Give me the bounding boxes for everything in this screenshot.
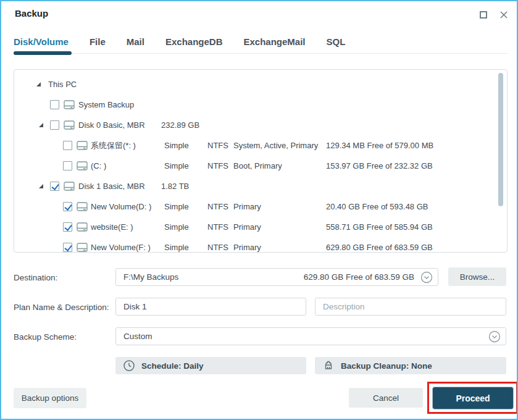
expand-icon[interactable] <box>36 82 41 86</box>
checkbox[interactable] <box>63 243 72 252</box>
volume-attributes: Primary <box>233 196 261 217</box>
checkbox[interactable] <box>63 141 72 150</box>
plan-name-input[interactable] <box>115 298 306 316</box>
tree-row-label: (C: ) <box>91 156 106 176</box>
volume-filesystem: NTFS <box>207 196 228 217</box>
tab-separator <box>14 53 508 54</box>
volume-icon <box>77 161 88 170</box>
tab-exchangedb[interactable]: ExchangeDB <box>165 36 223 47</box>
tree-row-this-pc[interactable]: This PC <box>14 74 507 94</box>
backup-cleanup-button[interactable]: Backup Cleanup: None <box>315 357 506 374</box>
tree-row-c-drive[interactable]: (C: ) Simple NTFS Boot, Primary 153.97 G… <box>14 156 507 176</box>
volume-attributes: Boot, Primary <box>233 156 282 176</box>
backup-dialog: Backup Disk/Volume File Mail ExchangeDB … <box>0 0 518 420</box>
checkbox[interactable] <box>50 100 59 109</box>
proceed-button[interactable]: Proceed <box>432 387 514 410</box>
destination-dropdown[interactable]: F:\My Backups 629.80 GB Free of 683.59 G… <box>115 268 438 286</box>
backup-scheme-select[interactable]: Custom <box>115 327 506 345</box>
window-title: Backup <box>15 8 48 19</box>
tab-disk-volume[interactable]: Disk/Volume <box>14 36 69 47</box>
volume-free-space: 629.80 GB Free of 683.59 GB <box>326 237 433 253</box>
volume-filesystem: NTFS <box>207 217 228 237</box>
volume-free-space: 153.97 GB Free of 232.32 GB <box>326 156 433 176</box>
disk-size: 1.82 TB <box>161 176 189 196</box>
volume-type: Simple <box>164 156 189 176</box>
cancel-button[interactable]: Cancel <box>349 388 423 408</box>
tree-row-label: New Volume(F: ) <box>91 237 151 253</box>
volume-type: Simple <box>164 237 189 253</box>
disk-icon <box>64 120 75 130</box>
disk-size: 232.89 GB <box>161 115 199 135</box>
tree-row-f-drive[interactable]: New Volume(F: ) Simple NTFS Primary 629.… <box>14 237 507 253</box>
tree-row-label: This PC <box>48 74 77 94</box>
backup-cleanup-label: Backup Cleanup: None <box>341 361 432 371</box>
volume-attributes: Primary <box>233 237 261 253</box>
disk-icon <box>64 100 75 109</box>
volume-icon <box>77 243 88 252</box>
tab-file[interactable]: File <box>90 36 106 47</box>
volume-type: Simple <box>164 135 189 156</box>
destination-path: F:\My Backups <box>123 272 304 282</box>
tree-row-disk0[interactable]: Disk 0 Basic, MBR 232.89 GB <box>14 115 507 135</box>
volume-attributes: Primary <box>233 217 261 237</box>
tree-row-e-drive[interactable]: website(E: ) Simple NTFS Primary 558.71 … <box>14 217 507 237</box>
tree-row-label: Disk 0 Basic, MBR <box>78 115 145 135</box>
checkbox[interactable] <box>63 202 72 211</box>
tree-row-system-reserved[interactable]: 系统保留(*: ) Simple NTFS System, Active, Pr… <box>14 135 507 156</box>
volume-icon <box>77 202 88 211</box>
schedule-label: Schedule: Daily <box>141 361 204 371</box>
close-icon <box>499 10 508 19</box>
maximize-button[interactable] <box>477 9 490 21</box>
tree-row-disk1[interactable]: Disk 1 Basic, MBR 1.82 TB <box>14 176 507 196</box>
plan-name-label: Plan Name & Description: <box>14 303 109 312</box>
active-tab-underline <box>14 51 72 55</box>
tree-row-label: System Backup <box>78 94 134 115</box>
tree-row-label: New Volume(D: ) <box>91 196 151 217</box>
volume-free-space: 129.34 MB Free of 579.00 MB <box>326 135 433 156</box>
tree-scrollbar[interactable] <box>498 73 503 206</box>
backup-options-button[interactable]: Backup options <box>14 388 86 408</box>
volume-icon <box>77 141 88 150</box>
tree-row-label: Disk 1 Basic, MBR <box>78 176 145 196</box>
close-button[interactable] <box>497 9 511 21</box>
volume-free-space: 20.40 GB Free of 593.48 GB <box>326 196 428 217</box>
tree-row-label: website(E: ) <box>91 217 133 237</box>
cleanup-brush-icon <box>322 359 335 372</box>
tab-sql[interactable]: SQL <box>327 36 346 47</box>
tab-mail[interactable]: Mail <box>127 36 144 47</box>
backup-scheme-value: Custom <box>123 332 488 341</box>
tab-exchangemail[interactable]: ExchangeMail <box>243 36 305 47</box>
volume-filesystem: NTFS <box>207 237 228 253</box>
tab-bar: Disk/Volume File Mail ExchangeDB Exchang… <box>14 36 345 47</box>
tree-row-system-backup[interactable]: System Backup <box>14 94 507 115</box>
volume-icon <box>77 222 88 232</box>
destination-free-space: 629.80 GB Free of 683.59 GB <box>304 272 414 282</box>
expand-icon[interactable] <box>39 123 43 127</box>
volume-filesystem: NTFS <box>207 156 228 176</box>
checkbox[interactable] <box>63 161 72 170</box>
volume-filesystem: NTFS <box>207 135 228 156</box>
expand-icon[interactable] <box>39 184 43 188</box>
chevron-down-icon[interactable] <box>420 271 433 284</box>
checkbox[interactable] <box>63 222 72 232</box>
volume-free-space: 558.71 GB Free of 585.94 GB <box>326 217 433 237</box>
browse-button[interactable]: Browse... <box>448 267 506 286</box>
tree-row-d-drive[interactable]: New Volume(D: ) Simple NTFS Primary 20.4… <box>14 196 507 217</box>
tree-row-label: 系统保留(*: ) <box>91 135 136 156</box>
destination-label: Destination: <box>14 273 57 282</box>
clock-icon <box>123 359 135 372</box>
source-tree-panel: This PC System Backup Disk 0 Basic, MBR … <box>14 69 508 253</box>
disk-icon <box>64 182 75 191</box>
checkbox[interactable] <box>50 182 59 191</box>
schedule-button[interactable]: Schedule: Daily <box>115 357 306 374</box>
volume-type: Simple <box>164 217 189 237</box>
checkbox[interactable] <box>50 120 59 130</box>
backup-scheme-label: Backup Scheme: <box>14 332 77 342</box>
chevron-down-icon[interactable] <box>488 330 501 343</box>
volume-type: Simple <box>164 196 189 217</box>
maximize-icon <box>480 11 487 19</box>
description-input[interactable] <box>315 298 506 316</box>
volume-attributes: System, Active, Primary <box>233 135 318 156</box>
